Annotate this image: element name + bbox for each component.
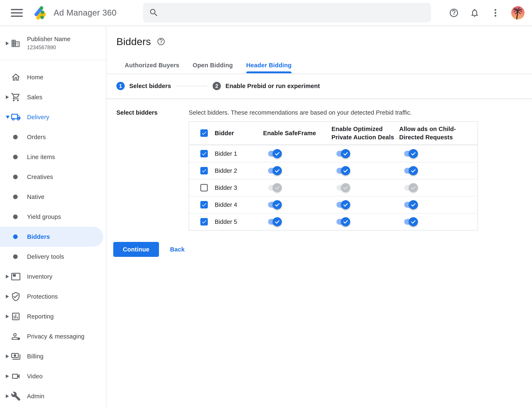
chevron-down-icon xyxy=(6,116,9,119)
tab-authorized-buyers[interactable]: Authorized Buyers xyxy=(125,62,179,73)
step-enable-prebid: 2 Enable Prebid or run experiment xyxy=(213,82,320,90)
row-checkbox[interactable] xyxy=(200,167,208,174)
row-checkbox[interactable] xyxy=(200,150,208,157)
table-row: Bidder 3 xyxy=(189,179,477,196)
optimized-deals-toggle[interactable] xyxy=(337,182,351,193)
sidebar-item-inventory[interactable]: Inventory xyxy=(0,267,106,287)
sidebar-item-native[interactable]: Native xyxy=(0,187,106,207)
step-select-bidders: 1 Select bidders xyxy=(116,82,171,90)
optimized-deals-toggle[interactable] xyxy=(337,165,351,176)
sidebar-nav: Publisher Name 1234567890 Home Sales Del… xyxy=(0,26,106,407)
chevron-right-icon xyxy=(6,95,9,99)
check-icon xyxy=(411,219,416,225)
check-icon xyxy=(201,168,207,174)
more-vertical-icon[interactable] xyxy=(491,8,500,18)
bidder-name: Bidder 1 xyxy=(215,150,237,157)
optimized-deals-toggle[interactable] xyxy=(337,199,351,210)
sidebar-item-video[interactable]: Video xyxy=(0,366,106,386)
bidder-name: Bidder 5 xyxy=(215,219,237,225)
help-icon[interactable] xyxy=(157,37,165,46)
chevron-right-icon xyxy=(6,295,9,298)
check-icon xyxy=(201,151,207,157)
sidebar-item-yield-groups[interactable]: Yield groups xyxy=(0,207,106,227)
child-directed-toggle[interactable] xyxy=(404,165,419,176)
menu-icon[interactable] xyxy=(11,9,23,17)
child-directed-toggle[interactable] xyxy=(404,216,419,227)
check-icon xyxy=(411,202,416,207)
safeframe-toggle[interactable] xyxy=(268,182,283,193)
tabs-divider xyxy=(106,74,532,74)
sidebar-item-privacy-messaging[interactable]: Privacy & messaging xyxy=(0,326,106,346)
bullet-icon xyxy=(13,214,18,219)
sidebar-item-billing[interactable]: Billing xyxy=(0,346,106,366)
safeframe-toggle[interactable] xyxy=(268,165,283,176)
row-checkbox[interactable] xyxy=(200,184,208,191)
sidebar-item-line-items[interactable]: Line items xyxy=(0,147,106,167)
check-icon xyxy=(274,219,280,225)
sidebar-item-admin[interactable]: Admin xyxy=(0,386,106,406)
sidebar-item-creatives[interactable]: Creatives xyxy=(0,167,106,187)
person-badge-icon xyxy=(11,331,21,341)
top-app-bar: Ad Manager 360 xyxy=(0,0,532,26)
safeframe-toggle[interactable] xyxy=(268,216,283,227)
optimized-deals-toggle[interactable] xyxy=(337,216,351,227)
sidebar-item-bidders[interactable]: Bidders xyxy=(0,227,103,247)
palm-tree-silhouette xyxy=(512,7,524,20)
check-icon xyxy=(274,168,280,173)
check-icon xyxy=(411,185,416,190)
back-button[interactable]: Back xyxy=(169,242,186,257)
row-checkbox[interactable] xyxy=(200,201,208,209)
sidebar-item-protections[interactable]: Protections xyxy=(0,287,106,306)
delivery-truck-icon xyxy=(11,112,21,122)
stepper: 1 Select bidders 2 Enable Prebid or run … xyxy=(116,82,320,90)
search-icon xyxy=(149,8,159,18)
ad-manager-logo-icon xyxy=(31,5,47,21)
column-header-optimized-deals: Enable Optimized Private Auction Deals xyxy=(331,125,399,141)
publisher-account-switcher[interactable]: Publisher Name 1234567890 xyxy=(0,26,106,60)
publisher-name: Publisher Name xyxy=(27,36,71,43)
shopping-cart-icon xyxy=(11,92,21,102)
avatar[interactable] xyxy=(511,6,524,20)
child-directed-toggle[interactable] xyxy=(404,182,419,193)
safeframe-toggle[interactable] xyxy=(268,148,283,159)
tab-bar: Authorized Buyers Open Bidding Header Bi… xyxy=(125,62,291,73)
sidebar-item-sales[interactable]: Sales xyxy=(0,87,106,107)
check-icon xyxy=(411,168,416,173)
chevron-right-icon xyxy=(6,354,9,358)
sidebar-item-delivery-tools[interactable]: Delivery tools xyxy=(0,247,106,267)
bidder-name: Bidder 4 xyxy=(215,201,237,208)
safeframe-toggle[interactable] xyxy=(268,199,283,210)
check-icon xyxy=(343,185,348,190)
column-header-child-directed: Allow ads on Child-Directed Requests xyxy=(399,125,477,141)
sidebar-item-home[interactable]: Home xyxy=(0,67,106,87)
table-header-row: Bidder Enable SafeFrame Enable Optimized… xyxy=(189,122,477,145)
table-row: Bidder 4 xyxy=(189,196,477,213)
check-icon xyxy=(201,130,207,136)
select-all-checkbox[interactable] xyxy=(200,129,208,137)
help-icon[interactable] xyxy=(449,8,459,18)
child-directed-toggle[interactable] xyxy=(404,148,419,159)
optimized-deals-toggle[interactable] xyxy=(337,148,351,159)
bar-chart-icon xyxy=(11,312,21,321)
tab-open-bidding[interactable]: Open Bidding xyxy=(193,62,233,73)
check-icon xyxy=(274,151,280,156)
sidebar-item-orders[interactable]: Orders xyxy=(0,127,106,147)
child-directed-toggle[interactable] xyxy=(404,199,419,210)
tab-header-bidding[interactable]: Header Bidding xyxy=(246,62,292,73)
home-icon xyxy=(11,72,21,82)
continue-button[interactable]: Continue xyxy=(113,242,159,257)
payments-icon xyxy=(11,351,21,361)
step-number: 1 xyxy=(116,82,125,90)
search-input[interactable] xyxy=(164,9,425,17)
row-checkbox[interactable] xyxy=(200,218,208,226)
chevron-right-icon xyxy=(6,315,9,318)
search-bar[interactable] xyxy=(143,3,431,23)
check-icon xyxy=(201,219,207,225)
sidebar-item-reporting[interactable]: Reporting xyxy=(0,306,106,326)
step-number: 2 xyxy=(213,82,221,90)
sidebar-item-delivery[interactable]: Delivery xyxy=(0,107,106,127)
notifications-bell-icon[interactable] xyxy=(470,8,480,18)
section-label: Select bidders xyxy=(116,109,158,116)
bullet-icon xyxy=(13,254,18,259)
check-icon xyxy=(201,202,207,208)
